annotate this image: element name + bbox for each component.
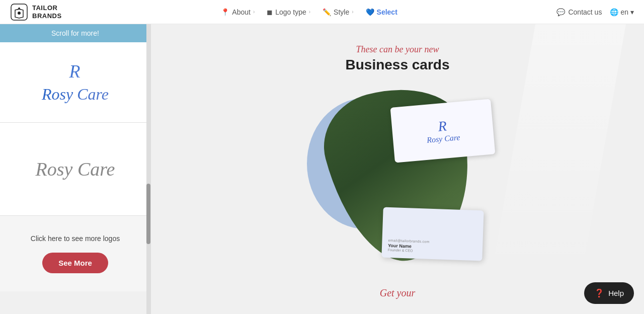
tailor-brands-logo-icon: [10, 3, 28, 21]
about-icon: 📍: [221, 8, 229, 16]
main-layout: Scroll for more! R Rosy Care Rosy Care C…: [0, 24, 644, 314]
scroll-banner: Scroll for more!: [0, 24, 150, 42]
nav-logotype-label: Logo type: [275, 8, 306, 16]
logotype-icon: ◼: [267, 8, 273, 16]
help-icon: ❓: [594, 288, 604, 298]
see-more-section: Click here to see more logos See More: [0, 216, 150, 291]
card-letter: R: [437, 118, 447, 134]
left-panel: Scroll for more! R Rosy Care Rosy Care C…: [0, 24, 151, 314]
nav-logotype[interactable]: ◼ Logo type ›: [262, 5, 315, 19]
logo-top-letter: R: [69, 61, 81, 82]
globe-icon: 🌐: [610, 8, 618, 16]
logo-text: TAILOR BRANDS: [32, 4, 62, 20]
about-chevron: ›: [253, 9, 255, 15]
business-card-front: email@tailorbrands.com Your Name Founder…: [381, 207, 484, 261]
contact-us-link[interactable]: 💬 Contact us: [556, 8, 602, 16]
logo-card-top[interactable]: R Rosy Care: [0, 42, 150, 123]
see-more-text: Click here to see more logos: [31, 234, 120, 243]
logo-top-name: Rosy Care: [42, 85, 109, 104]
get-your-text: Get your: [380, 287, 416, 299]
nav-about[interactable]: 📍 About ›: [216, 5, 260, 19]
tagline: These can be your new: [356, 44, 439, 55]
scrollbar[interactable]: [146, 24, 150, 314]
logo-card-bottom[interactable]: Rosy Care: [0, 123, 150, 216]
logo-card-top-content: R Rosy Care: [42, 61, 109, 104]
style-icon: ✏️: [323, 8, 331, 16]
card-name: Rosy Care: [426, 133, 460, 145]
language-label: en: [620, 8, 628, 16]
nav-style[interactable]: ✏️ Style ›: [317, 5, 358, 19]
logo-bottom-name: Rosy Care: [36, 158, 115, 180]
nav-select[interactable]: 💙 Select: [361, 5, 403, 19]
help-button[interactable]: ❓ Help: [584, 282, 634, 304]
language-selector[interactable]: 🌐 en ▾: [610, 8, 634, 16]
style-chevron: ›: [352, 9, 353, 15]
select-icon: 💙: [366, 8, 374, 16]
business-card-mockup: R Rosy Care email@tailorbrands.com Your …: [302, 88, 493, 269]
logo[interactable]: TAILOR BRANDS: [10, 3, 62, 21]
business-card-back: R Rosy Care: [390, 99, 496, 163]
nav-style-label: Style: [334, 8, 349, 16]
help-label: Help: [608, 289, 624, 297]
nav-about-label: About: [232, 8, 251, 16]
header: TAILOR BRANDS 📍 About › ◼ Logo type › ✏️…: [0, 0, 644, 24]
contact-label: Contact us: [568, 8, 602, 16]
scrollbar-thumb[interactable]: [146, 184, 150, 244]
language-chevron: ▾: [630, 8, 634, 16]
logotype-chevron: ›: [309, 9, 310, 15]
section-title: Business cards: [346, 57, 450, 73]
contact-icon: 💬: [556, 8, 565, 16]
right-panel: These can be your new Business cards R R…: [151, 24, 644, 314]
svg-point-1: [18, 12, 21, 15]
right-content: These can be your new Business cards R R…: [151, 24, 644, 314]
scroll-banner-text: Scroll for more!: [51, 29, 99, 37]
see-more-button[interactable]: See More: [42, 253, 108, 273]
main-nav: 📍 About › ◼ Logo type › ✏️ Style › 💙 Sel…: [216, 5, 403, 19]
nav-select-label: Select: [377, 8, 397, 16]
header-right: 💬 Contact us 🌐 en ▾: [556, 8, 634, 16]
light-beam-decoration: [491, 24, 626, 276]
